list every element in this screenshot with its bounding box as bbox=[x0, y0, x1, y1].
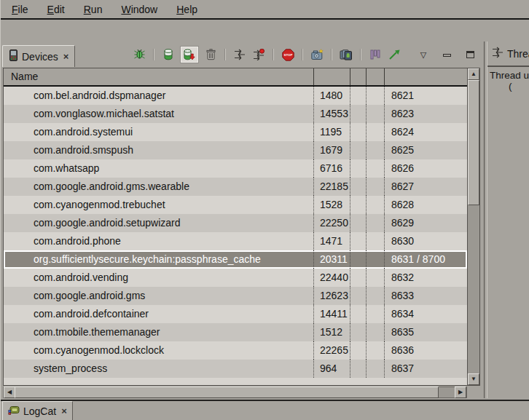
table-row[interactable]: com.cyanogenmod.trebuchet 1528 8628 bbox=[4, 196, 467, 214]
process-name: com.google.android.gms bbox=[4, 287, 313, 305]
heap-cell bbox=[350, 250, 366, 269]
table-row[interactable]: com.android.systemui 1195 8624 bbox=[4, 123, 467, 141]
tab-logcat[interactable]: LogCat × bbox=[2, 401, 73, 420]
dump-hprof-icon[interactable] bbox=[181, 47, 198, 63]
menu-item[interactable]: File bbox=[2, 1, 38, 17]
process-pid: 12623 bbox=[313, 287, 350, 305]
menu-item[interactable]: Help bbox=[167, 1, 207, 17]
heap-cell bbox=[350, 323, 366, 341]
threads-cell bbox=[366, 214, 384, 232]
column-header-port[interactable] bbox=[384, 68, 467, 85]
maximize-icon[interactable] bbox=[463, 48, 477, 61]
process-port: 8629 bbox=[384, 214, 467, 232]
process-pid: 22265 bbox=[313, 341, 350, 360]
process-pid: 1528 bbox=[313, 196, 350, 214]
process-pid: 1195 bbox=[313, 123, 350, 141]
process-name: com.android.smspush bbox=[4, 141, 313, 159]
minimize-icon[interactable] bbox=[440, 48, 453, 61]
table-row[interactable]: com.cyanogenmod.lockclock 22265 8636 bbox=[4, 341, 467, 360]
scroll-up-button[interactable]: ▲ bbox=[468, 68, 479, 80]
process-port: 8623 bbox=[384, 105, 467, 123]
table-row[interactable]: com.google.android.setupwizard 22250 862… bbox=[4, 214, 467, 232]
stop-thread-monitoring-icon[interactable] bbox=[252, 48, 265, 61]
process-name: com.android.defcontainer bbox=[4, 305, 313, 323]
device-phone-icon bbox=[9, 49, 18, 63]
process-name: com.whatsapp bbox=[4, 159, 313, 178]
close-icon[interactable]: × bbox=[62, 51, 69, 62]
threads-cell bbox=[366, 287, 384, 305]
table-row[interactable]: com.vonglasow.michael.satstat 14553 8623 bbox=[4, 105, 467, 123]
process-name: system_process bbox=[4, 360, 313, 378]
sysinfo-icon[interactable] bbox=[388, 48, 401, 61]
horizontal-scrollbar[interactable]: ◀ ▶ bbox=[3, 387, 467, 398]
scroll-right-button[interactable]: ▶ bbox=[455, 387, 466, 398]
heap-cell bbox=[350, 105, 366, 123]
update-heap-icon[interactable] bbox=[162, 48, 175, 61]
update-threads-icon[interactable] bbox=[233, 48, 246, 61]
heap-cell bbox=[350, 360, 366, 378]
threads-icon bbox=[492, 47, 503, 60]
threads-cell bbox=[366, 232, 384, 250]
threads-panel: Threads Thread up ( bbox=[487, 41, 529, 398]
table-row[interactable]: com.android.vending 22440 8632 bbox=[4, 269, 467, 287]
threads-cell bbox=[366, 360, 384, 378]
view-menu-icon[interactable]: ▽ bbox=[417, 48, 430, 61]
threads-tabbar: Threads bbox=[487, 41, 529, 67]
threads-cell bbox=[366, 323, 384, 341]
process-pid: 1679 bbox=[313, 141, 350, 159]
table-row[interactable]: com.google.android.gms 12623 8633 bbox=[4, 287, 467, 305]
vertical-scrollbar[interactable]: ▲ ▼ bbox=[467, 68, 479, 385]
hierarchy-view-icon[interactable] bbox=[369, 48, 382, 61]
table-row[interactable]: com.android.smspush 1679 8625 bbox=[4, 141, 467, 159]
column-header-heap[interactable] bbox=[350, 68, 366, 85]
table-row[interactable]: com.whatsapp 6716 8626 bbox=[4, 159, 467, 178]
column-header-name[interactable]: Name bbox=[4, 68, 313, 85]
heap-cell bbox=[350, 141, 366, 159]
close-icon[interactable]: × bbox=[60, 405, 67, 416]
table-row[interactable]: com.bel.android.dspmanager 1480 8621 bbox=[4, 87, 467, 105]
process-pid: 22250 bbox=[313, 214, 350, 232]
devices-panel: Devices × bbox=[1, 41, 485, 398]
vertical-scroll-thumb[interactable] bbox=[468, 80, 479, 205]
cause-gc-icon[interactable] bbox=[204, 48, 217, 61]
stop-process-icon[interactable]: STOP bbox=[281, 48, 294, 61]
menu-item[interactable]: Edit bbox=[38, 1, 74, 17]
heap-cell bbox=[350, 196, 366, 214]
process-name: org.sufficientlysecure.keychain:passphra… bbox=[4, 250, 313, 269]
column-header-pid[interactable] bbox=[313, 68, 350, 85]
heap-cell bbox=[350, 287, 366, 305]
threads-message-line1: Thread up bbox=[490, 70, 529, 81]
table-row[interactable]: com.android.defcontainer 14411 8634 bbox=[4, 305, 467, 323]
scroll-left-button[interactable]: ◀ bbox=[4, 387, 15, 398]
table-row[interactable]: system_process 964 8637 bbox=[4, 360, 467, 378]
table-row[interactable]: com.google.android.gms.wearable 22185 86… bbox=[4, 178, 467, 196]
table-row[interactable]: com.tmobile.thememanager 1512 8635 bbox=[4, 323, 467, 341]
debug-attach-icon[interactable] bbox=[133, 48, 146, 61]
threads-cell bbox=[366, 141, 384, 159]
threads-cell bbox=[366, 87, 384, 105]
process-pid: 22440 bbox=[313, 269, 350, 287]
horizontal-scroll-thumb[interactable] bbox=[15, 387, 439, 398]
tab-logcat-label: LogCat bbox=[23, 405, 56, 417]
process-port: 8637 bbox=[384, 360, 467, 378]
scroll-down-button[interactable]: ▼ bbox=[468, 373, 479, 385]
screen-capture-icon[interactable] bbox=[310, 48, 324, 61]
table-row[interactable]: com.android.phone 1471 8630 bbox=[4, 232, 467, 250]
table-row[interactable]: org.sufficientlysecure.keychain:passphra… bbox=[4, 250, 467, 269]
menu-bar: File Edit Run Window Help bbox=[1, 0, 529, 18]
process-pid: 1480 bbox=[313, 87, 350, 105]
screen-record-icon[interactable] bbox=[340, 48, 353, 61]
process-port: 8627 bbox=[384, 178, 467, 196]
tab-devices[interactable]: Devices × bbox=[2, 45, 75, 67]
process-name: com.bel.android.dspmanager bbox=[4, 87, 313, 105]
process-pid: 14411 bbox=[313, 305, 350, 323]
logcat-bar: LogCat × bbox=[1, 400, 529, 420]
tab-threads-label[interactable]: Threads bbox=[507, 48, 529, 60]
menu-item[interactable]: Run bbox=[74, 1, 112, 17]
process-pid: 964 bbox=[313, 360, 350, 378]
toolbar-separator bbox=[302, 49, 303, 60]
menu-item[interactable]: Window bbox=[111, 1, 167, 17]
column-header-threads[interactable] bbox=[366, 68, 384, 85]
table-header: Name bbox=[4, 68, 467, 87]
process-name: com.vonglasow.michael.satstat bbox=[4, 105, 313, 123]
